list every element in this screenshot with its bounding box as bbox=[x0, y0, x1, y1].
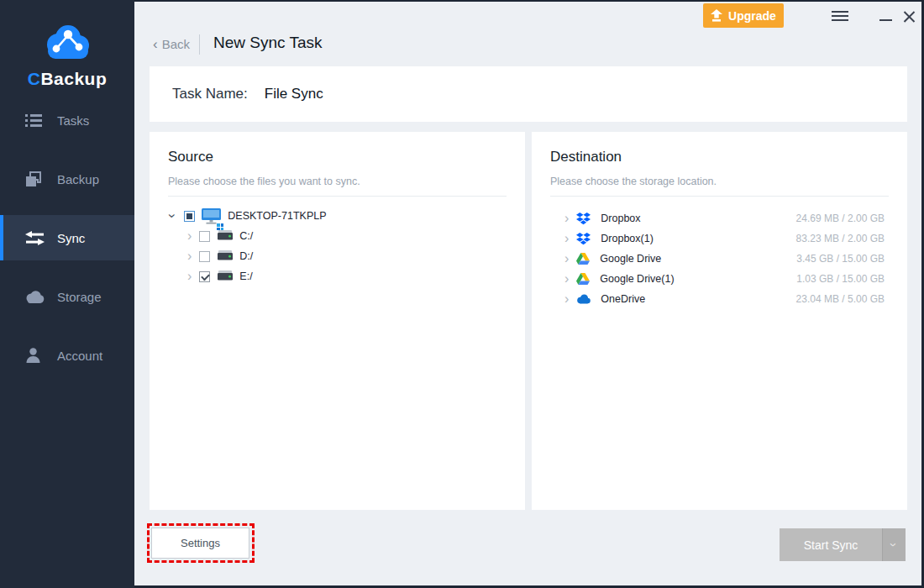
checkbox-indeterminate[interactable] bbox=[184, 211, 195, 222]
tree-row-computer[interactable]: › DESKTOP-71TKPLP bbox=[150, 206, 525, 226]
start-sync-dropdown[interactable]: › bbox=[882, 528, 906, 561]
sidebar-item-storage[interactable]: Storage bbox=[0, 274, 134, 319]
menu-icon[interactable] bbox=[830, 8, 850, 25]
cbackup-cloud-logo bbox=[39, 22, 95, 60]
chevron-right-icon[interactable]: › bbox=[187, 229, 192, 243]
sidebar-item-account[interactable]: Account bbox=[0, 333, 134, 378]
destination-row-dropbox1[interactable]: › Dropbox(1) 83.23 MB / 2.00 GB bbox=[532, 228, 907, 249]
minimize-icon[interactable] bbox=[877, 8, 897, 25]
computer-monitor-icon bbox=[202, 208, 221, 224]
chevron-right-icon[interactable]: › bbox=[187, 249, 192, 263]
cbackup-window: CBackup Tasks Backup bbox=[0, 0, 924, 588]
destination-row-google-drive[interactable]: › Google Drive 3.45 GB / 15.00 GB bbox=[532, 249, 907, 269]
tasks-list-icon bbox=[25, 113, 45, 128]
google-drive-icon bbox=[576, 253, 590, 265]
back-button[interactable]: ‹Back bbox=[153, 36, 190, 53]
chevron-down-icon: › bbox=[887, 543, 901, 547]
onedrive-icon bbox=[576, 294, 591, 304]
chevron-right-icon[interactable]: › bbox=[564, 232, 569, 245]
destination-name: Google Drive(1) bbox=[600, 273, 674, 285]
drive-icon bbox=[218, 249, 233, 264]
chevron-right-icon[interactable]: › bbox=[564, 252, 569, 265]
system-drive-icon bbox=[218, 228, 233, 244]
task-name-value[interactable]: File Sync bbox=[265, 86, 323, 102]
destination-row-dropbox[interactable]: › Dropbox 24.69 MB / 2.00 GB bbox=[532, 208, 907, 228]
destination-title: Destination bbox=[550, 149, 622, 165]
sidebar-item-label: Backup bbox=[57, 172, 99, 186]
source-panel: Source Please choose the files you want … bbox=[150, 132, 525, 510]
task-name-label: Task Name: bbox=[172, 86, 248, 102]
windows-logo-icon bbox=[217, 223, 223, 230]
divider bbox=[550, 196, 889, 197]
destination-name: Google Drive bbox=[600, 253, 661, 265]
header-divider bbox=[199, 34, 200, 55]
storage-cloud-icon bbox=[25, 291, 45, 303]
destination-panel: Destination Please choose the storage lo… bbox=[532, 132, 907, 510]
close-icon[interactable] bbox=[900, 8, 917, 25]
header: ‹Back New Sync Task Upgrade bbox=[134, 2, 919, 66]
tree-label: DESKTOP-71TKPLP bbox=[228, 210, 326, 222]
chevron-right-icon[interactable]: › bbox=[187, 270, 192, 283]
backup-copy-icon bbox=[25, 171, 45, 187]
checkbox-unchecked[interactable] bbox=[199, 231, 210, 242]
destination-row-onedrive[interactable]: › OneDrive 23.04 MB / 5.00 GB bbox=[532, 289, 907, 309]
upgrade-arrow-icon bbox=[711, 9, 722, 22]
start-sync-button[interactable]: Start Sync › bbox=[780, 528, 906, 561]
sidebar-item-backup[interactable]: Backup bbox=[0, 156, 134, 202]
tree-row-drive-d[interactable]: › D:/ bbox=[150, 246, 525, 266]
chevron-down-icon[interactable]: › bbox=[165, 213, 179, 218]
tree-row-drive-e[interactable]: › E:/ bbox=[150, 266, 525, 286]
dropbox-icon bbox=[576, 233, 591, 245]
destination-usage: 3.45 GB / 15.00 GB bbox=[796, 253, 885, 265]
destination-usage: 24.69 MB / 2.00 GB bbox=[796, 213, 885, 224]
upgrade-button[interactable]: Upgrade bbox=[703, 3, 784, 28]
checkbox-checked[interactable] bbox=[199, 271, 210, 282]
page-title: New Sync Task bbox=[213, 34, 323, 52]
destination-name: OneDrive bbox=[601, 293, 645, 305]
google-drive-icon bbox=[576, 273, 590, 285]
checkbox-unchecked[interactable] bbox=[199, 251, 210, 262]
sidebar: CBackup Tasks Backup bbox=[0, 0, 134, 588]
logo-wordmark: CBackup bbox=[0, 69, 134, 89]
destination-usage: 1.03 GB / 15.00 GB bbox=[796, 273, 885, 285]
destination-name: Dropbox bbox=[601, 213, 640, 224]
sidebar-item-label: Tasks bbox=[57, 113, 89, 128]
source-subtitle: Please choose the files you want to sync… bbox=[168, 176, 360, 187]
chevron-right-icon[interactable]: › bbox=[564, 292, 569, 306]
sidebar-item-label: Sync bbox=[57, 231, 85, 245]
drive-icon bbox=[218, 269, 233, 284]
dropbox-icon bbox=[576, 213, 591, 225]
sidebar-item-label: Account bbox=[57, 349, 102, 363]
app-logo: CBackup bbox=[0, 22, 134, 89]
start-sync-label[interactable]: Start Sync bbox=[780, 528, 882, 561]
destination-name: Dropbox(1) bbox=[601, 233, 654, 244]
tree-label: E:/ bbox=[239, 270, 252, 282]
destination-subtitle: Please choose the storage location. bbox=[550, 176, 717, 187]
sidebar-item-tasks[interactable]: Tasks bbox=[0, 97, 134, 143]
tree-label: C:/ bbox=[239, 230, 253, 242]
divider bbox=[168, 196, 507, 197]
tree-row-drive-c[interactable]: › C:/ bbox=[150, 226, 525, 246]
destination-usage: 23.04 MB / 5.00 GB bbox=[796, 293, 885, 305]
sidebar-item-label: Storage bbox=[57, 290, 102, 304]
settings-button[interactable]: Settings bbox=[151, 528, 249, 559]
sidebar-item-sync[interactable]: Sync bbox=[0, 215, 134, 260]
destination-row-google-drive1[interactable]: › Google Drive(1) 1.03 GB / 15.00 GB bbox=[532, 269, 907, 289]
chevron-right-icon[interactable]: › bbox=[564, 212, 569, 225]
chevron-right-icon[interactable]: › bbox=[564, 272, 569, 286]
account-user-icon bbox=[25, 348, 45, 363]
source-title: Source bbox=[168, 149, 213, 165]
back-chevron-icon: ‹ bbox=[153, 36, 158, 52]
task-name-card: Task Name: File Sync bbox=[150, 66, 907, 122]
tree-label: D:/ bbox=[239, 250, 253, 262]
destination-usage: 83.23 MB / 2.00 GB bbox=[796, 233, 885, 244]
sync-arrows-icon bbox=[25, 231, 45, 245]
